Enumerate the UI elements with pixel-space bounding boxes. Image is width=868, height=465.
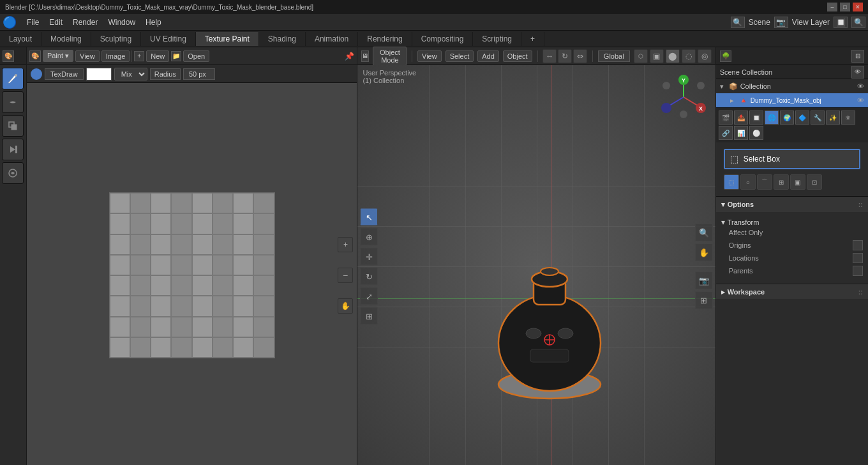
minimize-button[interactable]: – xyxy=(827,3,837,11)
new-btn[interactable]: New xyxy=(146,50,169,62)
scale-icon[interactable]: ⇔ xyxy=(573,49,587,63)
menu-edit[interactable]: Edit xyxy=(44,17,68,28)
color-swatch[interactable] xyxy=(86,68,112,80)
open-btn[interactable]: Open xyxy=(183,50,209,62)
object-mode-btn[interactable]: Object Mode xyxy=(373,47,407,66)
radius-value[interactable]: 50 px xyxy=(183,68,215,80)
prop-tab-particles[interactable]: ✨ xyxy=(826,111,840,125)
select-lasso-icon[interactable]: ⌒ xyxy=(757,174,772,190)
search-icon-btn[interactable]: 🔍 xyxy=(731,17,745,28)
prop-tab-world[interactable]: 🌍 xyxy=(780,111,794,125)
outliner-scene-collection[interactable]: ▾ 📦 Collection 👁 xyxy=(716,79,868,93)
tool-name-dropdown[interactable]: TexDraw xyxy=(45,68,84,80)
tab-layout[interactable]: Layout xyxy=(0,32,41,46)
viewport-canvas[interactable]: User Perspective (1) Collection xyxy=(357,65,715,465)
locations-checkbox[interactable] xyxy=(853,253,863,263)
shading-mat[interactable]: ◌ xyxy=(682,49,696,63)
editor-type-icon[interactable]: 🎨 xyxy=(3,50,14,62)
prop-tab-data[interactable]: 📊 xyxy=(734,126,748,140)
tool-smear[interactable] xyxy=(2,91,24,113)
folder-icon[interactable]: 📁 xyxy=(171,51,181,61)
shading-wire[interactable]: ▣ xyxy=(650,49,664,63)
global-search-icon[interactable]: 🔍 xyxy=(851,17,865,28)
grid-vp-btn[interactable]: ⊞ xyxy=(695,291,713,309)
texture-canvas-area[interactable]: + – ✋ xyxy=(27,83,357,465)
prop-tab-view-layer[interactable]: 🔲 xyxy=(749,111,763,125)
scale-tool-btn[interactable]: ⤢ xyxy=(360,287,378,305)
select-more-icon[interactable]: ⊡ xyxy=(807,174,822,190)
tab-modeling[interactable]: Modeling xyxy=(41,32,91,46)
vp-view-btn[interactable]: View xyxy=(417,50,442,62)
zoom-out-btn[interactable]: – xyxy=(338,268,353,283)
editor-type-icon2[interactable]: 🎨 xyxy=(29,50,41,62)
cam-vp-btn[interactable]: 📷 xyxy=(695,271,713,289)
vp-add-btn[interactable]: Add xyxy=(477,50,499,62)
tab-compositing[interactable]: Compositing xyxy=(412,32,474,46)
origins-checkbox[interactable] xyxy=(853,240,863,250)
transform-tool-btn[interactable]: ⊞ xyxy=(360,307,378,325)
global-local-btn[interactable]: Global xyxy=(598,50,630,62)
pan-btn[interactable]: ✋ xyxy=(338,298,353,314)
move-icon[interactable]: ↔ xyxy=(542,49,557,63)
overlay-icon[interactable]: ⬡ xyxy=(634,49,648,63)
prop-tab-constraints[interactable]: 🔗 xyxy=(719,126,733,140)
tab-sculpting[interactable]: Sculpting xyxy=(91,32,141,46)
prop-tab-material[interactable]: ⚪ xyxy=(749,126,763,140)
scene-icon[interactable]: 📷 xyxy=(774,17,788,28)
select-all-icon[interactable]: ⊞ xyxy=(774,174,789,190)
outliner-object[interactable]: ▸ 🔺 Dummy_Toxic_Mask_obj 👁 xyxy=(716,93,868,107)
object-visibility-icon[interactable]: 👁 xyxy=(857,96,864,104)
filter-icon[interactable]: ⊟ xyxy=(851,50,864,63)
visibility-icon[interactable]: 👁 xyxy=(857,82,864,90)
tool-clone[interactable] xyxy=(2,115,24,137)
prop-tab-render[interactable]: 🎬 xyxy=(719,111,733,125)
close-button[interactable]: ✕ xyxy=(853,3,863,11)
vp-object-btn[interactable]: Object xyxy=(503,50,532,62)
view-btn[interactable]: View xyxy=(75,50,100,62)
prop-tab-output[interactable]: 📤 xyxy=(734,111,748,125)
prop-tab-physics[interactable]: ⚛ xyxy=(841,111,855,125)
tab-shading[interactable]: Shading xyxy=(259,32,306,46)
shading-render[interactable]: ◎ xyxy=(698,49,712,63)
menu-file[interactable]: File xyxy=(22,17,44,28)
select-box-icon-small[interactable]: ⬚ xyxy=(724,174,739,190)
tool-fill[interactable] xyxy=(2,139,24,160)
viewport-editor-icon[interactable]: 🖥 xyxy=(361,50,369,62)
parents-checkbox[interactable] xyxy=(853,266,863,276)
transform-header[interactable]: ▾ Transform xyxy=(721,216,863,229)
zoom-vp-btn[interactable]: 🔍 xyxy=(695,224,713,241)
menu-help[interactable]: Help xyxy=(140,17,167,28)
tool-draw[interactable] xyxy=(2,68,24,89)
image-btn[interactable]: Image xyxy=(101,50,130,62)
tab-scripting[interactable]: Scripting xyxy=(473,32,521,46)
viewlayer-icon[interactable]: 🔲 xyxy=(834,17,848,28)
select-checker-icon[interactable]: ▣ xyxy=(790,174,805,190)
add-image-icon[interactable]: + xyxy=(134,51,144,61)
blend-mode-select[interactable]: Mix xyxy=(114,68,147,80)
cursor-tool-btn[interactable]: ⊕ xyxy=(360,228,378,246)
select-circle-icon[interactable]: ○ xyxy=(740,174,756,190)
navigation-gizmo[interactable]: Y X xyxy=(658,72,709,123)
rotate-tool-btn[interactable]: ↻ xyxy=(360,268,378,286)
select-box-item[interactable]: ⬚ Select Box xyxy=(724,149,860,169)
vp-select-btn[interactable]: Select xyxy=(445,50,474,62)
menu-render[interactable]: Render xyxy=(68,17,103,28)
prop-tab-scene[interactable]: 🌐 xyxy=(765,111,779,125)
mode-paint-btn[interactable]: Paint ▾ xyxy=(43,50,73,62)
tab-rendering[interactable]: Rendering xyxy=(358,32,412,46)
tab-animation[interactable]: Animation xyxy=(306,32,358,46)
hand-vp-btn[interactable]: ✋ xyxy=(695,243,713,261)
tab-texture-paint[interactable]: Texture Paint xyxy=(196,32,259,46)
tab-add[interactable]: + xyxy=(521,32,544,46)
shading-solid[interactable]: ⬤ xyxy=(666,49,680,63)
workspace-header[interactable]: ▸ Workspace :: xyxy=(716,284,868,300)
select-tool-btn[interactable]: ↖ xyxy=(360,208,378,226)
tab-uv-editing[interactable]: UV Editing xyxy=(141,32,196,46)
outliner-icon[interactable]: 🌳 xyxy=(720,50,731,62)
prop-tab-object[interactable]: 🔷 xyxy=(795,111,809,125)
tool-mask[interactable] xyxy=(2,162,24,184)
maximize-button[interactable]: □ xyxy=(840,3,850,11)
menu-window[interactable]: Window xyxy=(103,17,140,28)
move-tool-btn[interactable]: ✛ xyxy=(360,248,378,266)
zoom-in-btn[interactable]: + xyxy=(338,237,353,252)
